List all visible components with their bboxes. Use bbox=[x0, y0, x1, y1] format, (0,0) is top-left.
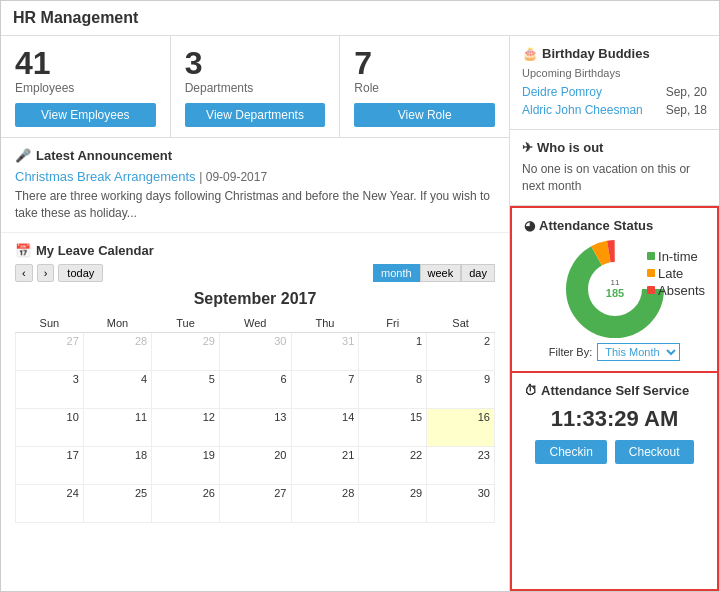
calendar-cell[interactable]: 30 bbox=[219, 332, 291, 370]
stat-departments: 3 Departments View Departments bbox=[171, 36, 341, 137]
checkin-button[interactable]: Checkin bbox=[535, 440, 606, 464]
calendar-cell[interactable]: 24 bbox=[16, 484, 84, 522]
attendance-status-section: ◕ Attendance Status 11 185 bbox=[510, 206, 719, 373]
calendar-cell[interactable]: 31 bbox=[291, 332, 359, 370]
announcement-section: 🎤 Latest Announcement Christmas Break Ar… bbox=[1, 138, 509, 233]
calendar-cell[interactable]: 17 bbox=[16, 446, 84, 484]
calendar-cell[interactable]: 7 bbox=[291, 370, 359, 408]
calendar-cell[interactable]: 29 bbox=[152, 332, 220, 370]
calendar-cell[interactable]: 6 bbox=[219, 370, 291, 408]
svg-text:11: 11 bbox=[610, 278, 619, 287]
list-item: Deidre PomroySep, 20 bbox=[522, 83, 707, 101]
table-row: 3456789 bbox=[16, 370, 495, 408]
calendar-day-header: Sat bbox=[427, 314, 495, 333]
announcement-link[interactable]: Christmas Break Arrangements bbox=[15, 169, 196, 184]
calendar-cell[interactable]: 5 bbox=[152, 370, 220, 408]
checkout-button[interactable]: Checkout bbox=[615, 440, 694, 464]
calendar-cell[interactable]: 26 bbox=[152, 484, 220, 522]
employees-label: Employees bbox=[15, 81, 156, 95]
view-employees-button[interactable]: View Employees bbox=[15, 103, 156, 127]
svg-text:185: 185 bbox=[605, 287, 623, 299]
calendar-cell[interactable]: 29 bbox=[359, 484, 427, 522]
calendar-day-header: Mon bbox=[83, 314, 151, 333]
birthday-date: Sep, 18 bbox=[666, 103, 707, 117]
birthday-buddies-section: 🎂 Birthday Buddies Upcoming Birthdays De… bbox=[510, 36, 719, 130]
departments-count: 3 bbox=[185, 46, 326, 81]
day-view-button[interactable]: day bbox=[461, 264, 495, 282]
filter-label: Filter By: bbox=[549, 346, 592, 358]
calendar-cell[interactable]: 19 bbox=[152, 446, 220, 484]
calendar-day-header: Fri bbox=[359, 314, 427, 333]
upcoming-birthdays-label: Upcoming Birthdays bbox=[522, 67, 707, 79]
filter-select[interactable]: This Month Last Month bbox=[597, 343, 680, 361]
birthday-date: Sep, 20 bbox=[666, 85, 707, 99]
table-row: 10111213141516 bbox=[16, 408, 495, 446]
current-time: 11:33:29 AM bbox=[524, 406, 705, 432]
calendar-day-header: Sun bbox=[16, 314, 84, 333]
today-button[interactable]: today bbox=[58, 264, 103, 282]
calendar-cell[interactable]: 11 bbox=[83, 408, 151, 446]
attendance-legend: In-time Late Absents bbox=[647, 249, 705, 300]
calendar-cell[interactable]: 13 bbox=[219, 408, 291, 446]
calendar-cell[interactable]: 9 bbox=[427, 370, 495, 408]
calendar-cell[interactable]: 2 bbox=[427, 332, 495, 370]
absents-dot bbox=[647, 286, 655, 294]
attendance-status-title: ◕ Attendance Status bbox=[524, 218, 705, 233]
calendar-cell[interactable]: 23 bbox=[427, 446, 495, 484]
calendar-cell[interactable]: 25 bbox=[83, 484, 151, 522]
birthday-icon: 🎂 bbox=[522, 46, 538, 61]
calendar-month-label: September 2017 bbox=[15, 290, 495, 308]
table-row: 272829303112 bbox=[16, 332, 495, 370]
departments-label: Departments bbox=[185, 81, 326, 95]
who-is-out-text: No one is on vacation on this or next mo… bbox=[522, 161, 707, 195]
employees-count: 41 bbox=[15, 46, 156, 81]
calendar-grid: SunMonTueWedThuFriSat 272829303112345678… bbox=[15, 314, 495, 523]
calendar-cell[interactable]: 21 bbox=[291, 446, 359, 484]
month-view-button[interactable]: month bbox=[373, 264, 420, 282]
calendar-cell[interactable]: 15 bbox=[359, 408, 427, 446]
prev-month-button[interactable]: ‹ bbox=[15, 264, 33, 282]
view-departments-button[interactable]: View Departments bbox=[185, 103, 326, 127]
chart-icon: ◕ bbox=[524, 218, 535, 233]
week-view-button[interactable]: week bbox=[420, 264, 462, 282]
intime-dot bbox=[647, 252, 655, 260]
calendar-cell[interactable]: 4 bbox=[83, 370, 151, 408]
legend-absents: Absents bbox=[647, 283, 705, 298]
calendar-cell[interactable]: 20 bbox=[219, 446, 291, 484]
mic-icon: 🎤 bbox=[15, 148, 31, 163]
role-label: Role bbox=[354, 81, 495, 95]
calendar-cell[interactable]: 10 bbox=[16, 408, 84, 446]
calendar-cell[interactable]: 12 bbox=[152, 408, 220, 446]
birthday-name-link[interactable]: Deidre Pomroy bbox=[522, 85, 602, 99]
table-row: 17181920212223 bbox=[16, 446, 495, 484]
view-role-button[interactable]: View Role bbox=[354, 103, 495, 127]
leave-calendar-section: 📅 My Leave Calendar ‹ › today month week… bbox=[1, 233, 509, 533]
calendar-cell[interactable]: 27 bbox=[16, 332, 84, 370]
calendar-nav: ‹ › today bbox=[15, 264, 103, 282]
calendar-cell[interactable]: 22 bbox=[359, 446, 427, 484]
calendar-cell[interactable]: 1 bbox=[359, 332, 427, 370]
calendar-cell[interactable]: 18 bbox=[83, 446, 151, 484]
who-is-out-title: ✈ Who is out bbox=[522, 140, 707, 155]
page-title: HR Management bbox=[1, 1, 719, 36]
calendar-cell[interactable]: 28 bbox=[291, 484, 359, 522]
who-is-out-section: ✈ Who is out No one is on vacation on th… bbox=[510, 130, 719, 206]
late-label: Late bbox=[658, 266, 683, 281]
birthday-name-link[interactable]: Aldric John Cheesman bbox=[522, 103, 643, 117]
calendar-cell[interactable]: 16 bbox=[427, 408, 495, 446]
calendar-cell[interactable]: 3 bbox=[16, 370, 84, 408]
filter-row: Filter By: This Month Last Month bbox=[524, 343, 705, 361]
calendar-day-header: Thu bbox=[291, 314, 359, 333]
calendar-day-header: Tue bbox=[152, 314, 220, 333]
legend-late: Late bbox=[647, 266, 705, 281]
checkin-checkout-row: Checkin Checkout bbox=[524, 440, 705, 464]
calendar-title: 📅 My Leave Calendar bbox=[15, 243, 495, 258]
calendar-cell[interactable]: 28 bbox=[83, 332, 151, 370]
next-month-button[interactable]: › bbox=[37, 264, 55, 282]
calendar-cell[interactable]: 27 bbox=[219, 484, 291, 522]
calendar-cell[interactable]: 14 bbox=[291, 408, 359, 446]
calendar-cell[interactable]: 30 bbox=[427, 484, 495, 522]
stat-role: 7 Role View Role bbox=[340, 36, 509, 137]
calendar-cell[interactable]: 8 bbox=[359, 370, 427, 408]
self-service-section: ⏱ Attendance Self Service 11:33:29 AM Ch… bbox=[510, 373, 719, 591]
